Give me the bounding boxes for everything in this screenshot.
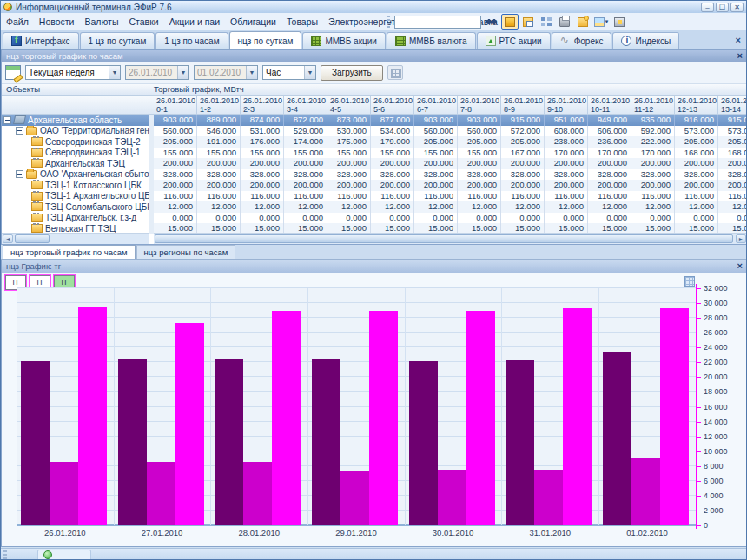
tab-item[interactable]: 1 цз по суткам [80, 32, 155, 49]
value-cell[interactable]: 200.000 [154, 158, 197, 169]
panel-close-icon[interactable]: × [737, 50, 743, 62]
grid-horizontal-scrollbar[interactable]: ► [154, 233, 747, 244]
table-row[interactable]: 200.000200.000200.000200.000200.000200.0… [154, 180, 747, 191]
value-cell[interactable]: 200.000 [327, 158, 371, 169]
value-cell[interactable]: 915.000 [501, 115, 545, 126]
value-cell[interactable]: 222.000 [631, 136, 675, 148]
value-cell[interactable]: 0.000 [284, 213, 327, 224]
print-icon[interactable] [556, 14, 573, 30]
value-cell[interactable]: 328.000 [675, 169, 718, 181]
value-cell[interactable]: 572.000 [501, 126, 545, 137]
value-cell[interactable]: 205.000 [154, 136, 197, 148]
value-cell[interactable]: 200.000 [501, 158, 545, 169]
table-row[interactable]: 116.000116.000116.000116.000116.000116.0… [154, 191, 747, 202]
value-cell[interactable]: 916.000 [675, 115, 718, 126]
tree-row[interactable]: Архангельская ТЭЦ [2, 158, 149, 169]
value-cell[interactable]: 200.000 [284, 180, 327, 191]
value-cell[interactable]: 12.000 [718, 201, 747, 213]
value-cell[interactable]: 205.000 [501, 136, 545, 148]
value-cell[interactable]: 200.000 [718, 158, 747, 169]
column-header[interactable]: 26.01.20108-9 [501, 96, 545, 115]
value-cell[interactable]: 116.000 [631, 191, 675, 202]
value-cell[interactable]: 200.000 [588, 180, 631, 191]
table-row[interactable]: 155.000155.000155.000155.000155.000155.0… [154, 148, 747, 159]
value-cell[interactable]: 328.000 [501, 169, 545, 181]
value-cell[interactable]: 529.000 [284, 126, 327, 137]
value-cell[interactable]: 170.000 [588, 148, 631, 159]
value-cell[interactable]: 116.000 [197, 191, 241, 202]
tree-horizontal-scrollbar[interactable]: ◄ [2, 233, 149, 244]
value-cell[interactable]: 236.000 [588, 136, 631, 148]
value-cell[interactable]: 935.000 [631, 115, 675, 126]
value-cell[interactable]: 116.000 [154, 191, 197, 202]
value-cell[interactable]: 12.000 [327, 201, 371, 213]
value-cell[interactable]: 0.000 [154, 213, 197, 224]
value-cell[interactable]: 0.000 [718, 213, 747, 224]
value-cell[interactable]: 12.000 [458, 201, 501, 213]
search-input[interactable] [394, 16, 481, 29]
value-cell[interactable]: 200.000 [675, 180, 718, 191]
objects-column-header[interactable]: Объекты [2, 84, 149, 96]
tree-row[interactable]: ТЭЦ-1 Котласского ЦБК [2, 180, 149, 191]
tab-item[interactable]: ММВБ акции [302, 32, 386, 49]
value-cell[interactable]: 200.000 [154, 180, 197, 191]
value-cell[interactable]: 328.000 [414, 169, 458, 181]
table-row[interactable]: 328.000328.000328.000328.000328.000328.0… [154, 169, 747, 181]
menu-item[interactable]: Товары [281, 15, 323, 29]
value-cell[interactable]: 530.000 [327, 126, 371, 137]
value-cell[interactable]: 0.000 [414, 213, 458, 224]
chevron-down-icon[interactable]: ▼ [109, 66, 120, 79]
value-cell[interactable]: 200.000 [414, 180, 458, 191]
minimize-button[interactable]: – [701, 3, 714, 12]
menu-item[interactable]: Валюты [79, 15, 123, 29]
value-cell[interactable]: 200.000 [197, 158, 241, 169]
value-cell[interactable]: 238.000 [545, 136, 588, 148]
calendar-edit-icon[interactable] [5, 65, 21, 80]
value-cell[interactable]: 205.000 [718, 136, 747, 148]
value-cell[interactable]: 608.000 [545, 126, 588, 137]
value-cell[interactable]: 168.000 [718, 148, 747, 159]
value-cell[interactable]: 205.000 [414, 136, 458, 148]
value-cell[interactable]: 534.000 [371, 126, 414, 137]
column-header[interactable]: 26.01.20100-1 [154, 96, 197, 115]
tree-row[interactable]: ТЭЦ Архангельск. г.з-д [2, 213, 149, 224]
subtab-item[interactable]: нцз регионы по часам [136, 245, 236, 259]
value-cell[interactable]: 155.000 [414, 148, 458, 159]
value-cell[interactable]: 903.000 [414, 115, 458, 126]
value-cell[interactable]: 573.000 [675, 126, 718, 137]
value-cell[interactable]: 328.000 [284, 169, 327, 181]
new-window-icon[interactable] [519, 14, 537, 30]
tab-item[interactable]: Индексы [612, 32, 679, 49]
value-cell[interactable]: 0.000 [631, 213, 675, 224]
scroll-left-icon[interactable]: ◄ [3, 234, 13, 243]
value-cell[interactable]: 0.000 [327, 213, 371, 224]
value-cell[interactable]: 12.000 [371, 201, 414, 213]
menu-item[interactable]: Облигации [225, 15, 281, 29]
column-header[interactable]: 26.01.20106-7 [414, 96, 458, 115]
value-cell[interactable]: 200.000 [371, 158, 414, 169]
tree-row[interactable]: ТЭЦ-1 Архангельского ЦБК [2, 191, 149, 202]
expander-minus-icon[interactable] [16, 127, 23, 135]
table-row[interactable]: 12.00012.00012.00012.00012.00012.00012.0… [154, 201, 747, 213]
menu-item[interactable]: Новости [34, 15, 80, 29]
column-header[interactable]: 26.01.201011-12 [631, 96, 675, 115]
value-cell[interactable]: 12.000 [197, 201, 241, 213]
table-row[interactable]: 0.0000.0000.0000.0000.0000.0000.0000.000… [154, 213, 747, 224]
tab-item[interactable]: ММВБ валюта [387, 32, 476, 49]
tree-row[interactable]: ОАО 'Архангельская сбытовая комп... [2, 169, 149, 181]
tree-row[interactable]: ОАО 'Территориальная генерирующ... [2, 126, 149, 137]
value-cell[interactable]: 200.000 [197, 180, 241, 191]
value-cell[interactable]: 12.000 [588, 201, 631, 213]
scroll-right-icon[interactable]: ► [736, 234, 746, 243]
column-header[interactable]: 26.01.20107-8 [458, 96, 501, 115]
value-cell[interactable]: 116.000 [501, 191, 545, 202]
value-cell[interactable]: 328.000 [154, 169, 197, 181]
value-cell[interactable]: 155.000 [284, 148, 327, 159]
tab-active[interactable]: нцз по суткам [229, 31, 302, 49]
column-header[interactable]: 26.01.20102-3 [241, 96, 284, 115]
chevron-down-icon[interactable]: ▼ [304, 66, 315, 79]
value-cell[interactable]: 560.000 [414, 126, 458, 137]
tab-item[interactable]: 1 цз по часам [155, 32, 228, 49]
value-cell[interactable]: 155.000 [458, 148, 501, 159]
column-header[interactable]: 26.01.201010-11 [588, 96, 631, 115]
